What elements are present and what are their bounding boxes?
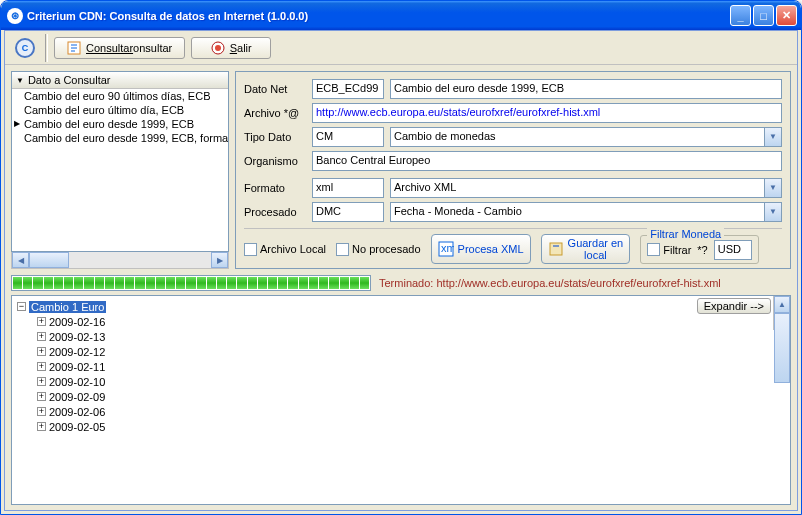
archivo-local-label: Archivo Local — [260, 243, 326, 255]
app-logo-icon: C — [11, 34, 39, 62]
expand-icon[interactable]: + — [37, 347, 46, 356]
app-window: ⊛ Criterium CDN: Consulta de datos en In… — [0, 0, 802, 515]
expand-icon[interactable]: + — [37, 392, 46, 401]
action-row: Archivo Local No procesado xml Procesa X… — [244, 228, 782, 264]
tree-node[interactable]: +2009-02-12 — [15, 344, 692, 359]
maximize-button[interactable]: □ — [753, 5, 774, 26]
guardar-local-label: Guardar en local — [568, 237, 624, 261]
dato-net-desc-input[interactable]: Cambio del euro desde 1999, ECB — [390, 79, 782, 99]
expand-icon[interactable]: + — [37, 362, 46, 371]
list-header[interactable]: ▼ Dato a Consultar — [12, 72, 228, 89]
scroll-thumb[interactable] — [29, 252, 69, 268]
scroll-thumb[interactable] — [774, 313, 790, 383]
chevron-down-icon[interactable]: ▼ — [765, 202, 782, 222]
procesado-combo[interactable]: Fecha - Moneda - Cambio ▼ — [390, 202, 782, 222]
sort-icon: ▼ — [16, 76, 24, 85]
minimize-button[interactable]: _ — [730, 5, 751, 26]
organismo-label: Organismo — [244, 155, 306, 167]
consultar-button[interactable]: Consultaronsultar — [54, 37, 185, 59]
expand-icon[interactable]: + — [37, 422, 46, 431]
no-procesado-label: No procesado — [352, 243, 421, 255]
tree-node[interactable]: +2009-02-05 — [15, 419, 692, 434]
procesado-code-input[interactable]: DMC — [312, 202, 384, 222]
expandir-button[interactable]: Expandir --> — [697, 298, 771, 314]
guardar-local-button[interactable]: Guardar en local — [541, 234, 631, 264]
salir-label: alir — [237, 42, 252, 54]
save-icon — [548, 241, 564, 257]
tree-node-label: 2009-02-05 — [49, 421, 105, 433]
tree-node[interactable]: +2009-02-16 — [15, 314, 692, 329]
filtrar-moneda-legend: Filtrar Moneda — [647, 228, 724, 240]
tree-node[interactable]: +2009-02-06 — [15, 404, 692, 419]
procesa-xml-button[interactable]: xml Procesa XML — [431, 234, 531, 264]
formato-label: Formato — [244, 182, 306, 194]
tree-root[interactable]: − Cambio 1 Euro — [15, 299, 692, 314]
tipo-dato-combo[interactable]: Cambio de monedas ▼ — [390, 127, 782, 147]
formato-combo[interactable]: Archivo XML ▼ — [390, 178, 782, 198]
collapse-icon[interactable]: − — [17, 302, 26, 311]
expand-icon[interactable]: + — [37, 377, 46, 386]
tree-node[interactable]: +2009-02-13 — [15, 329, 692, 344]
main-split: ▼ Dato a Consultar Cambio del euro 90 úl… — [5, 65, 797, 275]
toolbar-separator — [45, 34, 48, 62]
list-hscrollbar[interactable]: ◀ ▶ — [11, 252, 229, 269]
expand-icon[interactable]: + — [37, 332, 46, 341]
tree-node-label: 2009-02-10 — [49, 376, 105, 388]
list-item[interactable]: Cambio del euro desde 1999, ECB, formato — [12, 131, 228, 145]
svg-point-2 — [215, 45, 221, 51]
list-header-label: Dato a Consultar — [28, 74, 111, 86]
salir-icon — [211, 41, 225, 55]
close-button[interactable]: ✕ — [776, 5, 797, 26]
scroll-right-icon[interactable]: ▶ — [211, 252, 228, 268]
scroll-up-icon[interactable]: ▲ — [774, 296, 790, 313]
tree-node[interactable]: +2009-02-11 — [15, 359, 692, 374]
tipo-dato-desc: Cambio de monedas — [390, 127, 765, 147]
procesado-desc: Fecha - Moneda - Cambio — [390, 202, 765, 222]
tree-node-label: 2009-02-12 — [49, 346, 105, 358]
procesado-label: Procesado — [244, 206, 306, 218]
list-item[interactable]: Cambio del euro desde 1999, ECB — [12, 117, 228, 131]
checkbox-icon — [647, 243, 660, 256]
formato-code-input[interactable]: xml — [312, 178, 384, 198]
filtrar-label: Filtrar — [663, 244, 691, 256]
archivo-local-checkbox[interactable]: Archivo Local — [244, 243, 326, 256]
tree-node[interactable]: +2009-02-09 — [15, 389, 692, 404]
titlebar: ⊛ Criterium CDN: Consulta de datos en In… — [1, 1, 801, 30]
tree-node-label: 2009-02-16 — [49, 316, 105, 328]
tree-root-label: Cambio 1 Euro — [29, 301, 106, 313]
tree[interactable]: − Cambio 1 Euro +2009-02-16 +2009-02-13 … — [12, 296, 695, 437]
dato-net-code-input[interactable]: ECB_ECd99 — [312, 79, 384, 99]
scroll-track[interactable] — [29, 252, 211, 268]
client-area: C Consultaronsultar Salir ▼ — [4, 30, 798, 511]
svg-rect-5 — [550, 243, 562, 255]
xml-icon: xml — [438, 241, 454, 257]
salir-button[interactable]: Salir — [191, 37, 271, 59]
expand-icon[interactable]: + — [37, 317, 46, 326]
expand-icon[interactable]: + — [37, 407, 46, 416]
tree-node-label: 2009-02-11 — [49, 361, 105, 373]
archivo-label: Archivo *@ — [244, 107, 306, 119]
dato-net-label: Dato Net — [244, 83, 306, 95]
progress-bar — [11, 275, 371, 291]
tipo-dato-code-input[interactable]: CM — [312, 127, 384, 147]
details-panel: Dato Net ECB_ECd99 Cambio del euro desde… — [235, 71, 791, 269]
list-item[interactable]: Cambio del euro último día, ECB — [12, 103, 228, 117]
organismo-input[interactable]: Banco Central Europeo — [312, 151, 782, 171]
consultar-label: Consultar — [86, 42, 133, 54]
svg-text:xml: xml — [441, 242, 454, 254]
moneda-input[interactable]: USD — [714, 240, 752, 260]
no-procesado-checkbox[interactable]: No procesado — [336, 243, 421, 256]
procesa-xml-label: Procesa XML — [458, 243, 524, 255]
list-item[interactable]: Cambio del euro 90 últimos días, ECB — [12, 89, 228, 103]
filtrar-wildcard: *? — [697, 244, 707, 256]
tipo-dato-label: Tipo Dato — [244, 131, 306, 143]
tree-vscrollbar[interactable]: ▲ ▼ — [773, 296, 790, 330]
archivo-url-input[interactable]: http://www.ecb.europa.eu/stats/eurofxref… — [312, 103, 782, 123]
dato-consultar-list[interactable]: ▼ Dato a Consultar Cambio del euro 90 úl… — [11, 71, 229, 252]
formato-desc: Archivo XML — [390, 178, 765, 198]
chevron-down-icon[interactable]: ▼ — [765, 127, 782, 147]
tree-node[interactable]: +2009-02-10 — [15, 374, 692, 389]
scroll-left-icon[interactable]: ◀ — [12, 252, 29, 268]
filtrar-checkbox[interactable]: Filtrar — [647, 243, 691, 256]
chevron-down-icon[interactable]: ▼ — [765, 178, 782, 198]
